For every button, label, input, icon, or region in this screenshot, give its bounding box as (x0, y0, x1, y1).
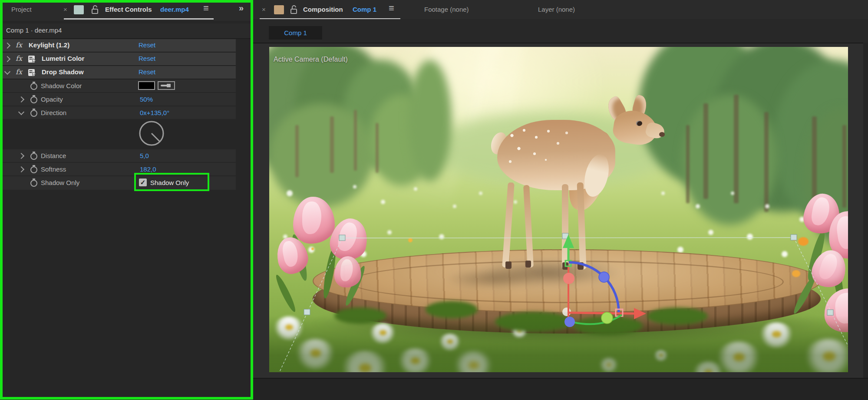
composition-name[interactable]: Comp 1 (353, 6, 376, 13)
viewer-tab-comp1[interactable]: Comp 1 (269, 26, 322, 40)
effect-controls-panel: Project × Effect Controls deer.mp4 ≡ » C… (0, 0, 253, 400)
composition-panel: × Composition Comp 1 ≡ Footage (none) La… (253, 0, 868, 400)
param-value[interactable]: 182,0 (140, 165, 156, 173)
3d-transform-gizmo (562, 235, 646, 327)
expand-chevron-icon[interactable] (4, 43, 10, 49)
param-label: Opacity (41, 96, 63, 103)
wireframe-right-edge (794, 238, 848, 372)
shadow-only-checkbox[interactable]: ✓ (139, 179, 147, 186)
param-row-shadow-only: Shadow Only ✓ Shadow Only (0, 176, 236, 191)
param-value[interactable]: 0x+135,0° (140, 109, 169, 116)
param-row-distance: Distance 5,0 (0, 149, 236, 163)
effect-row-keylight[interactable]: fx Keylight (1.2) Reset (0, 39, 236, 53)
lock-open-icon[interactable] (91, 5, 99, 14)
effect-name[interactable]: Keylight (1.2) (29, 41, 69, 49)
stopwatch-icon[interactable] (30, 153, 37, 160)
expand-chevron-icon[interactable] (18, 96, 24, 102)
param-row-shadow-color: Shadow Color (0, 79, 236, 93)
effect-controls-source-name[interactable]: deer.mp4 (160, 6, 189, 13)
close-icon[interactable]: × (63, 6, 67, 13)
param-label: Shadow Color (41, 82, 82, 89)
param-value[interactable]: 5,0 (140, 152, 149, 159)
stopwatch-icon[interactable] (30, 96, 37, 103)
eyedropper-icon[interactable] (158, 81, 175, 90)
stopwatch-icon[interactable] (30, 110, 37, 117)
tab-effect-controls[interactable]: Effect Controls (105, 6, 152, 13)
effect-badge-icon (28, 69, 36, 76)
layer-wireframe-and-gizmo[interactable] (269, 47, 848, 372)
green-rotation-arc (573, 315, 622, 324)
effect-name[interactable]: Drop Shadow (42, 68, 84, 76)
shadow-color-swatch[interactable] (138, 81, 155, 90)
x-axis-arrow (634, 308, 646, 319)
viewer-vertical-scrollbar[interactable] (863, 43, 868, 378)
comp-source-row: Comp 1 · deer.mp4 (0, 23, 253, 39)
expand-chevron-icon[interactable] (4, 56, 10, 62)
fx-badge-icon: fx (16, 41, 22, 49)
panel-color-swatch[interactable] (74, 5, 84, 14)
collapse-chevron-icon[interactable] (4, 69, 10, 75)
tab-composition[interactable]: Composition (303, 6, 343, 13)
checkbox-label[interactable]: Shadow Only (150, 179, 189, 186)
blue-axis-dot (564, 317, 575, 327)
comp-source-label: Comp 1 · deer.mp4 (6, 26, 62, 34)
expand-chevron-icon[interactable] (18, 166, 24, 172)
green-arc-dot (601, 312, 613, 324)
effect-name[interactable]: Lumetri Color (42, 55, 84, 62)
z-rotation-arc (569, 262, 619, 312)
composition-viewport[interactable]: Active Camera (Default) (269, 47, 848, 372)
param-row-softness: Softness 182,0 (0, 163, 236, 176)
stopwatch-icon[interactable] (30, 83, 37, 90)
viewer-toolbar: (77,6%) Full (253, 378, 868, 400)
param-label: Direction (41, 109, 66, 116)
stopwatch-icon[interactable] (30, 166, 37, 173)
direction-dial[interactable] (138, 120, 165, 148)
param-row-opacity: Opacity 50% (0, 93, 236, 106)
tab-project[interactable]: Project (11, 6, 32, 13)
expand-chevron-icon[interactable] (18, 153, 24, 159)
param-label: Distance (41, 152, 66, 159)
lock-open-icon[interactable] (290, 5, 298, 14)
effect-row-lumetri[interactable]: fx Lumetri Color Reset (0, 53, 236, 66)
fx-badge-icon: fx (16, 68, 22, 76)
red-axis-dot (563, 273, 574, 284)
overflow-icon[interactable]: » (239, 3, 244, 13)
panel-menu-icon[interactable]: ≡ (389, 3, 394, 14)
panel-menu-icon[interactable]: ≡ (203, 3, 209, 14)
param-label: Shadow Only (41, 179, 79, 186)
reset-link[interactable]: Reset (139, 55, 155, 62)
direction-dial-row (0, 120, 236, 149)
after-effects-window: Project × Effect Controls deer.mp4 ≡ » C… (0, 0, 868, 400)
panel-tab-bar: Project × Effect Controls deer.mp4 ≡ » (0, 0, 253, 21)
effect-row-drop-shadow[interactable]: fx Drop Shadow Reset (0, 66, 236, 79)
wireframe-left-edge (279, 238, 342, 372)
param-row-direction: Direction 0x+135,0° (0, 106, 236, 120)
stopwatch-icon[interactable] (30, 180, 37, 187)
tab-layer[interactable]: Layer (none) (538, 6, 575, 13)
fx-badge-icon: fx (16, 54, 22, 63)
param-label: Softness (41, 165, 66, 173)
close-icon[interactable]: × (262, 6, 266, 13)
active-tab-underline (64, 18, 214, 20)
collapse-chevron-icon[interactable] (18, 109, 24, 115)
effect-badge-icon (28, 55, 36, 63)
tab-footage[interactable]: Footage (none) (424, 6, 469, 13)
reset-link[interactable]: Reset (139, 68, 155, 76)
reset-link[interactable]: Reset (139, 41, 155, 49)
panel-color-swatch[interactable] (274, 5, 284, 14)
param-value[interactable]: 50% (140, 96, 153, 103)
blue-arc-dot (599, 272, 609, 282)
viewer-tab-strip: Comp 1 (253, 19, 868, 43)
panel-tab-bar: × Composition Comp 1 ≡ Footage (none) La… (253, 0, 868, 19)
